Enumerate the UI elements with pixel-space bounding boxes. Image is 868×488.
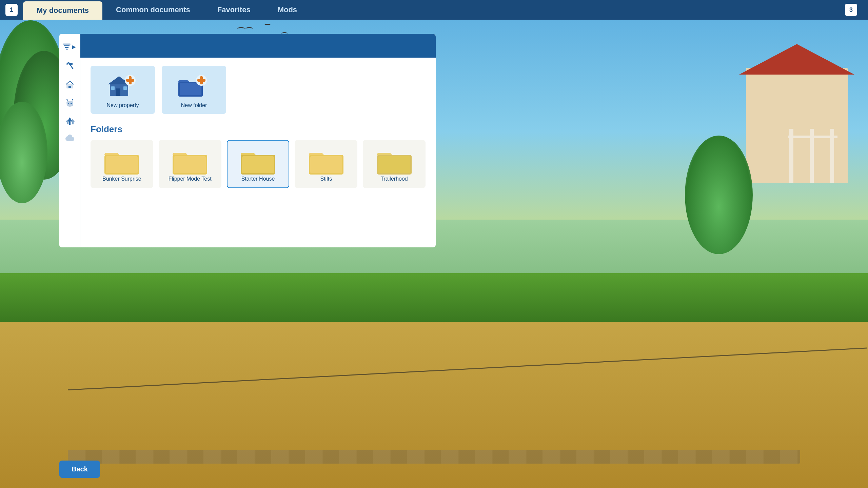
svg-rect-7 (116, 88, 120, 96)
bird-2 (245, 27, 253, 30)
new-folder-label: New folder (181, 102, 207, 108)
topbar-tabs: My documents Common documents Favorites … (23, 0, 840, 20)
bird-3 (264, 24, 271, 26)
svg-rect-25 (310, 156, 342, 173)
sidebar: ▶ (59, 34, 80, 247)
folders-section: Folders Bunker Surprise (91, 124, 426, 188)
folder-trailerhood[interactable]: Trailerhood (363, 140, 426, 188)
svg-rect-21 (174, 156, 206, 173)
new-folder-icon (177, 71, 211, 98)
folder-flipper-mode-test-icon (171, 146, 209, 176)
filter-arrow-icon: ▶ (72, 44, 76, 49)
sidebar-item-landscape[interactable] (62, 113, 78, 129)
folder-starter-house-label: Starter House (241, 176, 275, 182)
folder-bunker-surprise[interactable]: Bunker Surprise (91, 140, 153, 188)
new-folder-card[interactable]: New folder (162, 66, 226, 114)
svg-rect-3 (68, 86, 71, 88)
filter-icon (62, 42, 72, 52)
tab-mods[interactable]: Mods (264, 0, 311, 20)
topbar-right: 3 (840, 4, 863, 16)
bg-railing (788, 136, 837, 138)
main-panel: ▶ (59, 34, 436, 247)
svg-rect-1 (66, 62, 70, 65)
new-items-row: New property (91, 66, 426, 114)
new-property-card[interactable]: New property (91, 66, 155, 114)
topbar-badge-right: 3 (845, 4, 857, 16)
svg-rect-17 (197, 79, 205, 82)
content-header (80, 34, 436, 58)
landscape-icon (65, 116, 75, 126)
sidebar-item-house[interactable] (62, 77, 78, 92)
svg-point-5 (71, 103, 72, 104)
hammer-icon (65, 61, 75, 71)
bg-grass (0, 273, 868, 322)
folders-heading: Folders (91, 124, 426, 135)
svg-rect-0 (69, 63, 73, 65)
tab-my-documents[interactable]: My documents (23, 1, 102, 20)
folder-flipper-mode-test-label: Flipper Mode Test (169, 176, 212, 182)
sidebar-item-creature[interactable] (62, 95, 78, 110)
folder-starter-house-icon (239, 146, 277, 176)
creature-icon (65, 98, 75, 107)
folder-trailerhood-icon (376, 146, 413, 176)
bird-1 (237, 27, 245, 30)
folder-bunker-surprise-icon (103, 146, 140, 176)
svg-rect-19 (106, 156, 138, 173)
tab-favorites[interactable]: Favorites (204, 0, 264, 20)
svg-rect-23 (242, 156, 274, 173)
sidebar-filter[interactable]: ▶ (59, 38, 80, 56)
folders-row: Bunker Surprise Flipper Mode Test (91, 140, 426, 188)
back-button[interactable]: Back (59, 461, 100, 478)
folder-bunker-surprise-label: Bunker Surprise (102, 176, 141, 182)
svg-rect-8 (111, 86, 115, 90)
folder-stilts-icon (308, 146, 345, 176)
bg-tree-right (685, 136, 753, 254)
topbar: 1 My documents Common documents Favorite… (0, 0, 868, 20)
house-icon (65, 80, 75, 89)
topbar-badge-left: 1 (5, 4, 18, 16)
folder-flipper-mode-test[interactable]: Flipper Mode Test (159, 140, 221, 188)
sidebar-item-hammer[interactable] (62, 58, 78, 74)
new-property-label: New property (106, 102, 139, 108)
content-scroll: New property (80, 58, 436, 247)
folder-starter-house[interactable]: Starter House (227, 140, 290, 188)
tab-common-documents[interactable]: Common documents (102, 0, 204, 20)
svg-point-4 (68, 103, 69, 104)
bg-path (68, 450, 800, 464)
new-property-icon (106, 71, 140, 98)
svg-rect-12 (126, 79, 134, 82)
svg-rect-9 (123, 86, 127, 90)
folder-stilts-label: Stilts (320, 176, 332, 182)
sidebar-item-shape[interactable] (62, 131, 78, 147)
shape-icon (65, 135, 75, 144)
bg-house-roof (739, 44, 854, 75)
svg-rect-14 (180, 83, 201, 95)
svg-rect-27 (378, 156, 410, 173)
content-area: New property (80, 34, 436, 247)
folder-trailerhood-label: Trailerhood (380, 176, 408, 182)
folder-stilts[interactable]: Stilts (295, 140, 357, 188)
